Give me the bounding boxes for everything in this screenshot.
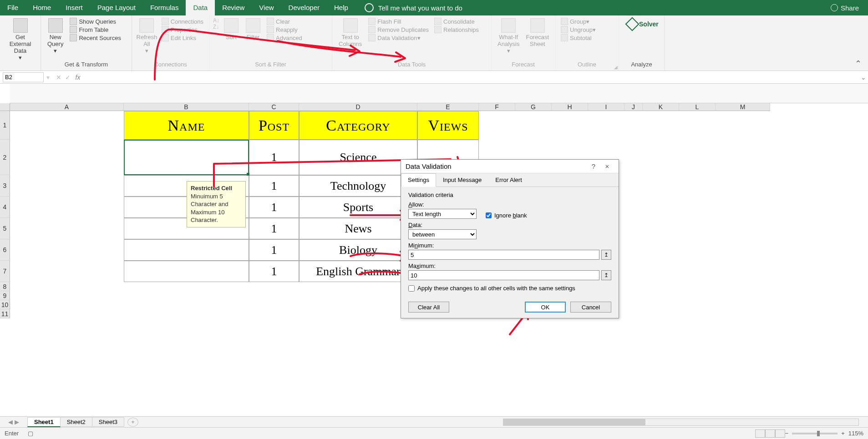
relationships-button[interactable]: Relationships: [432, 25, 481, 34]
max-refpicker-icon[interactable]: ↥: [601, 270, 611, 280]
zoom-slider[interactable]: [792, 433, 838, 434]
macro-record-icon[interactable]: ▢: [28, 430, 33, 437]
row-1[interactable]: 1: [0, 111, 10, 140]
expand-formula-icon[interactable]: ⌄: [859, 74, 868, 81]
normal-view-button[interactable]: [755, 429, 765, 438]
selected-cell-B2[interactable]: [124, 140, 249, 175]
tab-view[interactable]: View: [252, 0, 281, 15]
col-A[interactable]: A: [10, 103, 124, 111]
row-8[interactable]: 8: [0, 282, 10, 291]
refresh-all-button[interactable]: Refresh All ▾: [136, 17, 158, 55]
sheet-tab-1[interactable]: Sheet1: [27, 417, 61, 427]
col-H[interactable]: H: [552, 103, 588, 111]
enter-formula-icon[interactable]: ✓: [63, 74, 72, 81]
show-queries-button[interactable]: Show Queries: [68, 17, 123, 25]
tab-data[interactable]: Data: [186, 0, 215, 15]
col-L[interactable]: L: [679, 103, 716, 111]
row-4[interactable]: 4: [0, 197, 10, 218]
share-button[interactable]: Share: [831, 4, 859, 12]
cell-B7[interactable]: [124, 261, 249, 282]
subtotal-button[interactable]: Subtotal: [559, 34, 598, 42]
cell-C2[interactable]: 1: [249, 140, 299, 175]
page-break-view-button[interactable]: [775, 429, 785, 438]
dialog-close-button[interactable]: ×: [600, 162, 614, 170]
row-3[interactable]: 3: [0, 175, 10, 197]
row-headers[interactable]: 1 2 3 4 5 6 7 8 9 10 11: [0, 111, 10, 318]
tell-me-search[interactable]: Tell me what you want to do: [365, 3, 462, 12]
dialog-tab-input-message[interactable]: Input Message: [436, 173, 488, 187]
ignore-blank-checkbox[interactable]: [486, 212, 492, 218]
col-J[interactable]: J: [624, 103, 643, 111]
from-table-button[interactable]: From Table: [68, 25, 123, 34]
new-query-button[interactable]: New Query ▾: [45, 17, 66, 55]
clear-button[interactable]: Clear: [265, 17, 304, 25]
row-5[interactable]: 5: [0, 218, 10, 239]
cell-C4[interactable]: 1: [249, 197, 299, 218]
sheet-nav[interactable]: ◀ ▶: [0, 419, 27, 425]
col-C[interactable]: C: [249, 103, 299, 111]
consolidate-button[interactable]: Consolidate: [432, 17, 481, 25]
formula-input[interactable]: [83, 72, 859, 82]
col-D[interactable]: D: [299, 103, 417, 111]
flash-fill-button[interactable]: Flash Fill: [366, 17, 431, 25]
connections-button[interactable]: Connections: [160, 17, 205, 25]
tab-insert[interactable]: Insert: [58, 0, 90, 15]
cell-D3[interactable]: Technology: [299, 175, 417, 197]
ungroup-button[interactable]: Ungroup ▾: [559, 25, 598, 34]
data-select[interactable]: between: [408, 229, 477, 239]
dialog-help-button[interactable]: ?: [587, 162, 600, 170]
collapse-ribbon-icon[interactable]: ⌃: [855, 59, 862, 69]
forecast-sheet-button[interactable]: Forecast Sheet: [523, 17, 551, 48]
row-6[interactable]: 6: [0, 239, 10, 261]
dialog-tab-settings[interactable]: Settings: [401, 173, 436, 187]
tab-page-layout[interactable]: Page Layout: [90, 0, 143, 15]
get-external-data-button[interactable]: Get External Data ▾: [4, 17, 37, 62]
tab-formulas[interactable]: Formulas: [143, 0, 186, 15]
row-10[interactable]: 10: [0, 300, 10, 309]
cell-C7[interactable]: 1: [249, 261, 299, 282]
ok-button[interactable]: OK: [525, 302, 566, 313]
fx-icon[interactable]: fx: [72, 74, 83, 81]
reapply-button[interactable]: Reapply: [265, 25, 304, 34]
zoom-in-button[interactable]: +: [841, 430, 845, 437]
col-G[interactable]: G: [515, 103, 552, 111]
maximum-input[interactable]: [408, 270, 599, 280]
zoom-level[interactable]: 115%: [848, 430, 863, 437]
cell-D4[interactable]: Sports: [299, 197, 417, 218]
advanced-button[interactable]: Advanced: [265, 34, 304, 42]
remove-duplicates-button[interactable]: Remove Duplicates: [366, 25, 431, 34]
cancel-formula-icon[interactable]: ✕: [54, 74, 63, 81]
min-refpicker-icon[interactable]: ↥: [601, 250, 611, 260]
column-headers[interactable]: A B C D E F G H I J K L M: [10, 103, 770, 111]
header-views[interactable]: Views: [417, 111, 479, 140]
text-to-columns-button[interactable]: Text to Columns: [336, 17, 365, 48]
solver-button[interactable]: Solver: [623, 17, 663, 31]
col-B[interactable]: B: [124, 103, 249, 111]
row-9[interactable]: 9: [0, 291, 10, 300]
properties-button[interactable]: Properties: [160, 25, 205, 34]
cell-C6[interactable]: 1: [249, 239, 299, 261]
col-I[interactable]: I: [588, 103, 624, 111]
sheet-tab-2[interactable]: Sheet2: [60, 417, 92, 427]
apply-all-checkbox[interactable]: [408, 285, 415, 292]
clear-all-button[interactable]: Clear All: [408, 302, 449, 313]
row-7[interactable]: 7: [0, 261, 10, 282]
minimum-input[interactable]: [408, 250, 599, 260]
row-2[interactable]: 2: [0, 140, 10, 175]
filter-button[interactable]: Filter: [243, 17, 263, 41]
tab-review[interactable]: Review: [215, 0, 252, 15]
col-M[interactable]: M: [716, 103, 770, 111]
add-sheet-button[interactable]: +: [127, 418, 138, 427]
edit-links-button[interactable]: Edit Links: [160, 34, 205, 42]
sheet-tab-3[interactable]: Sheet3: [92, 417, 124, 427]
cell-D2[interactable]: Science: [299, 140, 417, 175]
cell-B6[interactable]: [124, 239, 249, 261]
horizontal-scrollbar[interactable]: [503, 419, 859, 426]
data-validation-button[interactable]: Data Validation ▾: [366, 34, 431, 42]
tab-file[interactable]: File: [0, 0, 25, 15]
tab-home[interactable]: Home: [25, 0, 58, 15]
cell-C5[interactable]: 1: [249, 218, 299, 239]
cell-C3[interactable]: 1: [249, 175, 299, 197]
sort-button[interactable]: Sort: [221, 17, 241, 41]
col-F[interactable]: F: [479, 103, 515, 111]
